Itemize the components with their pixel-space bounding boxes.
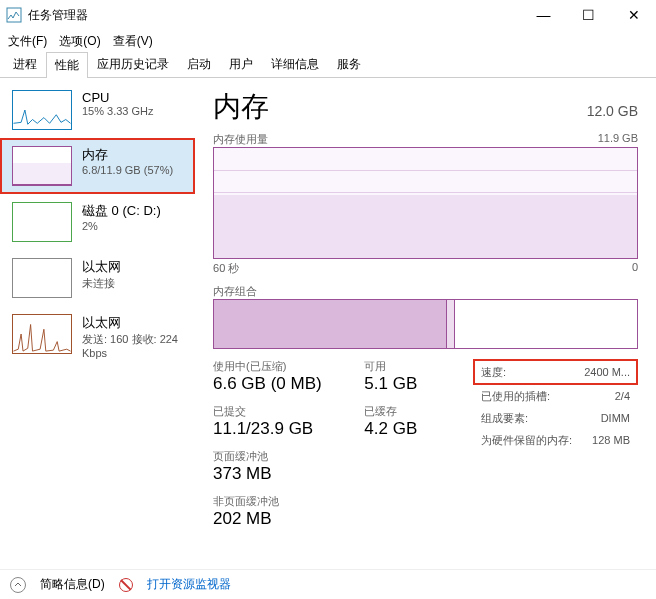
info-label: 已使用的插槽: — [481, 387, 550, 405]
memory-usage-chart[interactable] — [213, 147, 638, 259]
sidebar-item-label: CPU — [82, 90, 154, 105]
sidebar-item-disk[interactable]: 磁盘 0 (C: D:) 2% — [0, 194, 195, 250]
fewer-details-link[interactable]: 简略信息(D) — [40, 576, 105, 593]
stat-paged: 373 MB — [213, 464, 343, 484]
sidebar-item-sub: 发送: 160 接收: 224 Kbps — [82, 332, 183, 359]
composition-label: 内存组合 — [213, 284, 638, 299]
menu-options[interactable]: 选项(O) — [59, 33, 100, 50]
sidebar: CPU 15% 3.33 GHz 内存 6.8/11.9 GB (57%) 磁盘… — [0, 78, 195, 569]
close-button[interactable]: ✕ — [611, 0, 656, 30]
sidebar-item-ethernet-1[interactable]: 以太网 未连接 — [0, 250, 195, 306]
app-icon — [6, 7, 22, 23]
tab-users[interactable]: 用户 — [220, 51, 262, 77]
chart-usage-label: 内存使用量 — [213, 132, 268, 147]
sidebar-item-memory[interactable]: 内存 6.8/11.9 GB (57%) — [0, 138, 195, 194]
tab-services[interactable]: 服务 — [328, 51, 370, 77]
sidebar-item-sub: 2% — [82, 220, 161, 232]
sidebar-item-sub: 未连接 — [82, 276, 121, 291]
info-slots: 2/4 — [615, 387, 630, 405]
memory-speed-row: 速度: 2400 M... — [473, 359, 638, 385]
stat-label: 已缓存 — [364, 404, 417, 419]
minimize-button[interactable]: — — [521, 0, 566, 30]
maximize-button[interactable]: ☐ — [566, 0, 611, 30]
sidebar-item-cpu[interactable]: CPU 15% 3.33 GHz — [0, 82, 195, 138]
stat-available: 5.1 GB — [364, 374, 417, 394]
tab-app-history[interactable]: 应用历史记录 — [88, 51, 178, 77]
open-resource-monitor-link[interactable]: 打开资源监视器 — [147, 576, 231, 593]
sidebar-item-label: 内存 — [82, 146, 173, 164]
stat-committed: 11.1/23.9 GB — [213, 419, 343, 439]
info-label: 速度: — [481, 363, 506, 381]
tab-performance[interactable]: 性能 — [46, 52, 88, 78]
ethernet-thumb-icon — [12, 258, 72, 298]
sidebar-item-sub: 6.8/11.9 GB (57%) — [82, 164, 173, 176]
sidebar-item-label: 磁盘 0 (C: D:) — [82, 202, 161, 220]
memory-composition-chart[interactable] — [213, 299, 638, 349]
tab-startup[interactable]: 启动 — [178, 51, 220, 77]
sidebar-item-ethernet-2[interactable]: 以太网 发送: 160 接收: 224 Kbps — [0, 306, 195, 367]
stat-in-use: 6.6 GB (0 MB) — [213, 374, 343, 394]
stat-label: 可用 — [364, 359, 417, 374]
info-form-factor: DIMM — [601, 409, 630, 427]
stat-label: 页面缓冲池 — [213, 449, 343, 464]
cpu-thumb-icon — [12, 90, 72, 130]
window-title: 任务管理器 — [28, 7, 88, 24]
info-label: 组成要素: — [481, 409, 528, 427]
memory-thumb-icon — [12, 146, 72, 186]
chevron-up-icon[interactable] — [10, 577, 26, 593]
menubar: 文件(F) 选项(O) 查看(V) — [0, 30, 656, 52]
memory-total: 12.0 GB — [587, 103, 638, 119]
ethernet-thumb-icon — [12, 314, 72, 354]
info-speed: 2400 M... — [584, 363, 630, 381]
stat-label: 已提交 — [213, 404, 343, 419]
stat-label: 使用中(已压缩) — [213, 359, 343, 374]
resource-monitor-icon — [119, 578, 133, 592]
tab-details[interactable]: 详细信息 — [262, 51, 328, 77]
sidebar-item-sub: 15% 3.33 GHz — [82, 105, 154, 117]
tabbar: 进程 性能 应用历史记录 启动 用户 详细信息 服务 — [0, 52, 656, 78]
stat-nonpaged: 202 MB — [213, 509, 279, 529]
main-panel: 内存 12.0 GB 内存使用量 11.9 GB 60 秒 0 内存组合 — [195, 78, 656, 569]
page-title: 内存 — [213, 88, 269, 126]
time-axis-left: 60 秒 — [213, 261, 239, 276]
menu-view[interactable]: 查看(V) — [113, 33, 153, 50]
time-axis-right: 0 — [632, 261, 638, 276]
disk-thumb-icon — [12, 202, 72, 242]
sidebar-item-label: 以太网 — [82, 258, 121, 276]
tab-processes[interactable]: 进程 — [4, 51, 46, 77]
stat-label: 非页面缓冲池 — [213, 494, 279, 509]
stat-cached: 4.2 GB — [364, 419, 417, 439]
info-label: 为硬件保留的内存: — [481, 431, 572, 449]
info-reserved: 128 MB — [592, 431, 630, 449]
menu-file[interactable]: 文件(F) — [8, 33, 47, 50]
sidebar-item-label: 以太网 — [82, 314, 183, 332]
chart-usage-max: 11.9 GB — [598, 132, 638, 147]
